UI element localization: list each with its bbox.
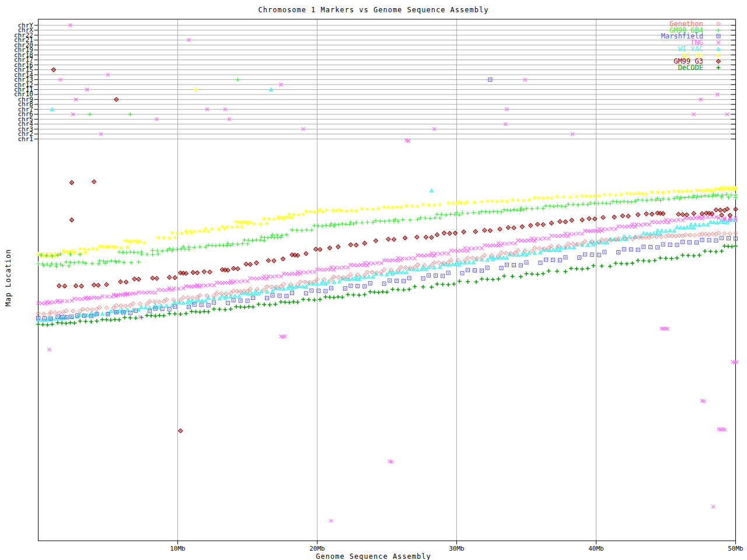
point-decode [575,267,579,271]
point-wi-rh [720,186,724,190]
point-wi-rh [301,212,305,216]
point-decode [323,295,327,299]
point-wi-rh [495,200,499,204]
point-gm99-gb4 [484,209,488,214]
point-tng [338,266,341,270]
point-gm99-g3 [498,227,502,231]
point-marshfield [505,263,509,267]
point-tng [617,225,620,228]
point-wi-rh [240,220,244,225]
point-gm99-gb4 [332,224,336,228]
point-genethon [90,307,95,312]
point-tng [717,216,721,220]
point-gm99-g3 [507,226,511,230]
point-decode [680,253,685,257]
point-gm99-gb4 [725,192,729,197]
point-marshfield [160,307,164,311]
point-marshfield [636,248,640,251]
point-wi-rh [344,209,348,214]
point-marshfield [324,289,327,293]
point-gm99-gb4 [640,198,644,202]
point-marshfield [460,271,464,275]
point-gm99-gb4 [518,208,522,212]
point-wi-yac [627,235,631,238]
point-decode [243,305,247,309]
point-decode [95,319,99,323]
point-gm99-gb4 [666,197,671,201]
point-gm99-gb4 [601,201,605,205]
point-wi-yac [668,228,672,232]
point-wi-rh [410,204,414,208]
point-decode [287,300,291,304]
point-wi-rh [427,203,431,207]
point-wi-rh [727,186,731,190]
point-gm99-gb4 [67,264,71,268]
point-gm99-gb4 [117,250,121,254]
point-wi-rh [225,225,229,229]
point-wi-rh [82,247,86,251]
point-gm99-g3 [272,259,276,263]
point-genethon [303,280,307,284]
point-wi-rh [72,251,76,256]
point-marshfield [382,282,386,285]
point-wi-rh [555,195,559,199]
point-gm99-gb4 [136,251,140,255]
point-decode [145,313,149,317]
point-genethon [215,292,219,296]
point-gm99-gb4 [556,204,560,208]
point-gm99-g3 [392,237,396,242]
chart-canvas: Chromosome 1 Markers vs Genome Sequence … [0,0,747,560]
point-genethon [644,235,648,239]
point-decode [720,249,724,253]
point-marshfield [148,309,152,313]
point-gm99-gb4 [68,260,72,264]
point-gm99-gb4 [275,233,280,237]
point-tng [349,263,352,267]
point-wi-rh [730,186,734,190]
point-wi-rh [390,206,395,210]
point-genethon [329,278,333,282]
point-marshfield [167,307,171,311]
point-gm99-gb4 [408,218,412,222]
point-gm99-g3 [386,237,390,242]
point-wi-rh [486,199,490,203]
point-wi-yac [675,225,679,229]
point-decode [104,318,109,322]
point-wi-yac [304,285,308,288]
point-wi-rh [135,241,139,245]
point-gm99-gb4 [300,229,304,233]
point-gm99-gb4 [198,245,202,249]
point-marshfield [603,250,606,254]
point-decode [555,269,559,273]
point-gm99-gb4 [608,202,612,206]
point-gm99-gb4 [324,223,328,228]
point-gm99-gb4 [305,228,309,232]
point-genethon [728,232,732,236]
point-decode [64,321,68,326]
point-wi-rh [602,192,606,197]
point-decode [413,285,417,289]
point-genethon [382,268,386,272]
point-genethon [483,253,487,257]
point-wi-yac [165,304,169,307]
point-wi-yac [685,225,689,229]
point-gm99-gb4 [360,221,364,225]
point-marshfield [388,279,392,282]
point-gm99-g3 [318,247,322,251]
point-wi-yac [350,276,354,280]
point-gm99-g3 [118,280,123,284]
point-gm99-gb4 [710,194,714,198]
point-genethon [157,300,161,304]
point-wi-yac [301,285,305,288]
point-gm99-gb4 [88,112,92,116]
point-wi-rh [170,231,174,235]
point-marshfield [707,239,711,242]
point-tng [576,232,580,235]
point-decode [162,314,166,318]
point-wi-yac [404,270,409,274]
point-marshfield [578,256,581,260]
point-tng [405,257,409,260]
point-gm99-g3 [173,276,177,280]
point-gm99-g3 [137,277,141,281]
point-wi-rh [672,189,676,193]
